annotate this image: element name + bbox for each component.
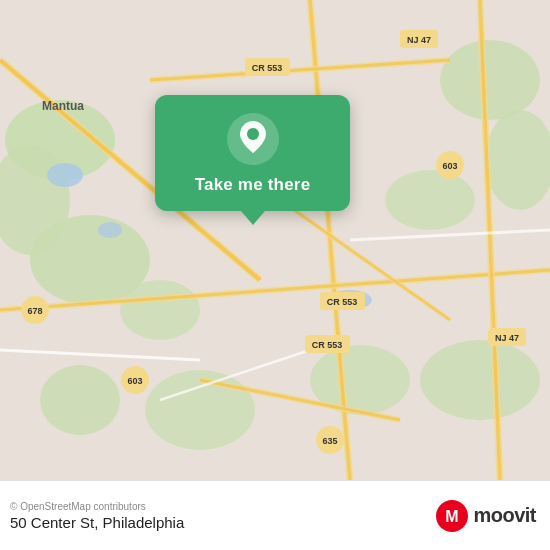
- svg-text:NJ 47: NJ 47: [407, 35, 431, 45]
- bottom-bar: © OpenStreetMap contributors 50 Center S…: [0, 480, 550, 550]
- svg-point-5: [440, 40, 540, 120]
- location-card[interactable]: Take me there: [155, 95, 350, 211]
- location-address: 50 Center St, Philadelphia: [10, 514, 184, 531]
- svg-point-7: [385, 170, 475, 230]
- svg-text:NJ 47: NJ 47: [495, 333, 519, 343]
- take-me-there-button[interactable]: Take me there: [195, 175, 311, 195]
- svg-point-4: [120, 280, 200, 340]
- svg-text:603: 603: [127, 376, 142, 386]
- moovit-logo: M moovit: [436, 500, 536, 532]
- map-background: CR 553 NJ 47 603 678 603 NJ 47 CR 553 CR…: [0, 0, 550, 480]
- svg-text:635: 635: [322, 436, 337, 446]
- map-copyright: © OpenStreetMap contributors: [10, 501, 184, 512]
- svg-text:CR 553: CR 553: [327, 297, 358, 307]
- svg-text:CR 553: CR 553: [312, 340, 343, 350]
- svg-text:CR 553: CR 553: [252, 63, 283, 73]
- svg-text:Mantua: Mantua: [42, 99, 84, 113]
- svg-point-11: [40, 365, 120, 435]
- moovit-brand-icon: M: [436, 500, 468, 532]
- svg-point-12: [47, 163, 83, 187]
- address-info: © OpenStreetMap contributors 50 Center S…: [10, 501, 184, 531]
- svg-text:603: 603: [442, 161, 457, 171]
- svg-point-9: [420, 340, 540, 420]
- svg-point-52: [247, 128, 259, 140]
- svg-point-13: [98, 222, 122, 238]
- svg-text:678: 678: [27, 306, 42, 316]
- svg-text:M: M: [446, 508, 459, 525]
- location-pin-icon: [227, 113, 279, 165]
- moovit-wordmark: moovit: [473, 504, 536, 527]
- map-view[interactable]: CR 553 NJ 47 603 678 603 NJ 47 CR 553 CR…: [0, 0, 550, 480]
